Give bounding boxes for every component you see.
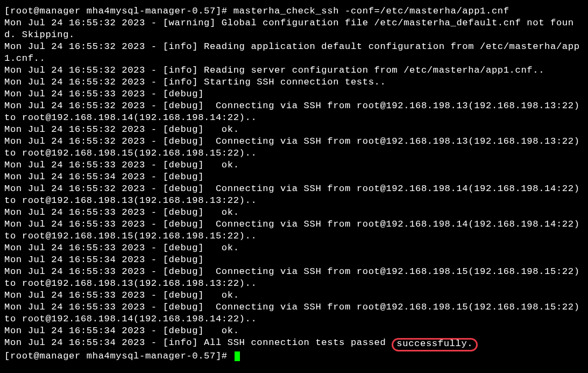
output-line: Mon Jul 24 16:55:33 2023 - [debug] bbox=[4, 88, 584, 100]
output-line: Mon Jul 24 16:55:32 2023 - [warning] Glo… bbox=[4, 17, 584, 41]
output-line: Mon Jul 24 16:55:34 2023 - [debug] bbox=[4, 171, 584, 183]
output-line: Mon Jul 24 16:55:34 2023 - [debug] bbox=[4, 254, 584, 266]
output-line: Mon Jul 24 16:55:32 2023 - [info] Readin… bbox=[4, 65, 584, 76]
final-prefix: Mon Jul 24 16:55:34 2023 - [info] All SS… bbox=[4, 337, 392, 348]
output-line: Mon Jul 24 16:55:32 2023 - [debug] Conne… bbox=[4, 136, 584, 159]
shell-prompt: [root@manager mha4mysql-manager-0.57]# bbox=[4, 6, 233, 16]
output-line: Mon Jul 24 16:55:32 2023 - [debug] ok. bbox=[4, 124, 584, 136]
output-line: Mon Jul 24 16:55:33 2023 - [debug] Conne… bbox=[4, 219, 584, 242]
output-line: Mon Jul 24 16:55:33 2023 - [debug] Conne… bbox=[4, 266, 584, 290]
output-line: Mon Jul 24 16:55:32 2023 - [info] Readin… bbox=[4, 41, 584, 65]
output-line: Mon Jul 24 16:55:32 2023 - [info] Starti… bbox=[4, 76, 584, 88]
output-line: Mon Jul 24 16:55:32 2023 - [debug] Conne… bbox=[4, 183, 584, 207]
success-highlight: successfully. bbox=[392, 338, 478, 351]
output-line-final: Mon Jul 24 16:55:34 2023 - [info] All SS… bbox=[4, 337, 584, 350]
success-text: successfully. bbox=[396, 339, 473, 349]
output-line: Mon Jul 24 16:55:33 2023 - [debug] ok. bbox=[4, 242, 584, 254]
output-line: Mon Jul 24 16:55:33 2023 - [debug] ok. bbox=[4, 159, 584, 171]
output-line: Mon Jul 24 16:55:32 2023 - [debug] Conne… bbox=[4, 100, 584, 124]
shell-prompt-line[interactable]: [root@manager mha4mysql-manager-0.57]# bbox=[4, 350, 584, 362]
output-line: Mon Jul 24 16:55:33 2023 - [debug] ok. bbox=[4, 207, 584, 219]
cursor-icon bbox=[235, 351, 240, 361]
output-line: Mon Jul 24 16:55:33 2023 - [debug] ok. bbox=[4, 290, 584, 301]
terminal-output: [root@manager mha4mysql-manager-0.57]# m… bbox=[0, 0, 588, 368]
output-line: [root@manager mha4mysql-manager-0.57]# m… bbox=[4, 5, 584, 17]
command-text: masterha_check_ssh -conf=/etc/masterha/a… bbox=[233, 6, 509, 16]
output-line: Mon Jul 24 16:55:33 2023 - [debug] Conne… bbox=[4, 301, 584, 325]
shell-prompt: [root@manager mha4mysql-manager-0.57]# bbox=[4, 351, 233, 361]
output-line: Mon Jul 24 16:55:34 2023 - [debug] ok. bbox=[4, 325, 584, 337]
